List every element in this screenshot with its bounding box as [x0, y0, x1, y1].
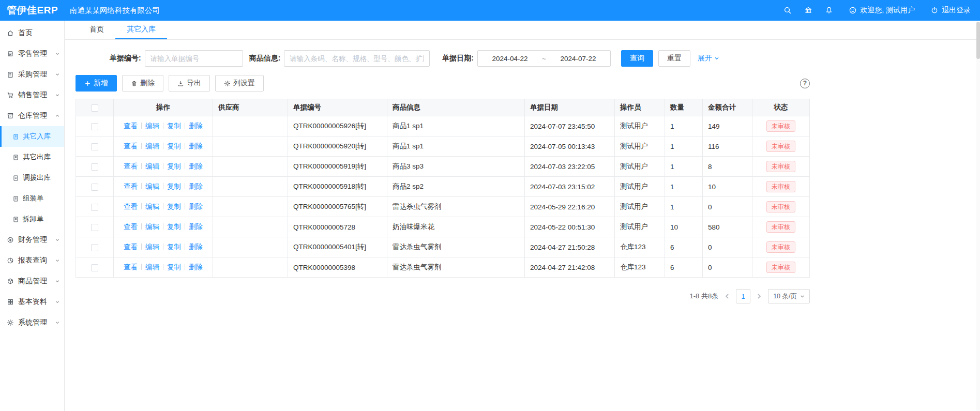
status-badge: 未审核: [766, 120, 795, 132]
cell-product-info: 商品3 sp3: [387, 157, 525, 177]
copy-link[interactable]: 复制: [167, 263, 181, 271]
select-all-checkbox[interactable]: [91, 104, 98, 112]
chevron-down-icon: [55, 258, 60, 263]
divider: [185, 143, 185, 149]
date-start-value[interactable]: 2024-04-22: [492, 55, 528, 63]
delete-button[interactable]: 删除: [122, 75, 163, 92]
copy-link[interactable]: 复制: [167, 223, 181, 231]
tab-home[interactable]: 首页: [78, 21, 115, 39]
delete-link[interactable]: 删除: [189, 122, 203, 130]
delete-link[interactable]: 删除: [189, 243, 203, 251]
cell-order-no: QTRK00000005401[转]: [288, 237, 387, 257]
expand-link[interactable]: 展开: [698, 54, 719, 63]
copy-link[interactable]: 复制: [167, 243, 181, 251]
copy-link[interactable]: 复制: [167, 142, 181, 150]
delete-link[interactable]: 删除: [189, 263, 203, 271]
col-operations: 操作: [114, 99, 213, 116]
delete-link[interactable]: 删除: [189, 223, 203, 231]
sidebar-item-retail[interactable]: 零售管理: [0, 43, 64, 64]
cell-supplier: [213, 116, 288, 136]
prev-page-button[interactable]: [723, 293, 731, 300]
view-link[interactable]: 查看: [124, 162, 138, 170]
divider: [163, 183, 163, 189]
sidebar-item-finance[interactable]: 财务管理: [0, 230, 64, 250]
edit-link[interactable]: 编辑: [145, 263, 159, 271]
sidebar-subitem-assembly[interactable]: 组装单: [0, 188, 64, 209]
scrollbar-track[interactable]: [976, 22, 980, 411]
sidebar-subitem-other-inbound[interactable]: 其它入库: [0, 126, 64, 147]
row-checkbox[interactable]: [91, 244, 98, 251]
edit-link[interactable]: 编辑: [145, 203, 159, 210]
sidebar-subitem-other-outbound[interactable]: 其它出库: [0, 147, 64, 168]
export-button[interactable]: 导出: [169, 75, 210, 92]
date-end-value[interactable]: 2024-07-22: [560, 55, 596, 63]
table-row: 查看编辑复制删除 QTRK00000005926[转] 商品1 sp1 2024…: [76, 116, 810, 136]
order-no-input[interactable]: [145, 50, 243, 67]
add-button[interactable]: 新增: [76, 75, 117, 92]
clipboard-icon: [7, 71, 14, 78]
row-checkbox[interactable]: [91, 123, 98, 130]
delete-link[interactable]: 删除: [189, 203, 203, 210]
sidebar-item-warehouse[interactable]: 仓库管理: [0, 105, 64, 126]
edit-link[interactable]: 编辑: [145, 182, 159, 190]
copy-link[interactable]: 复制: [167, 182, 181, 190]
product-info-input[interactable]: [284, 50, 430, 67]
sidebar-subitem-transfer-outbound[interactable]: 调拨出库: [0, 168, 64, 188]
sidebar-item-home[interactable]: 首页: [0, 23, 64, 43]
edit-link[interactable]: 编辑: [145, 122, 159, 130]
edit-link[interactable]: 编辑: [145, 223, 159, 231]
cell-qty: 6: [665, 257, 703, 278]
logout-text: 退出登录: [942, 6, 971, 15]
row-checkbox[interactable]: [91, 163, 98, 171]
welcome-user[interactable]: 欢迎您, 测试用户: [849, 6, 915, 15]
sidebar-item-system[interactable]: 系统管理: [0, 312, 64, 333]
next-page-button[interactable]: [756, 293, 763, 300]
row-checkbox[interactable]: [91, 204, 98, 211]
sidebar-item-sales[interactable]: 销售管理: [0, 85, 64, 105]
table-header-row: 操作 供应商 单据编号 商品信息 单据日期 操作员 数量 金额合计 状态: [76, 99, 810, 116]
row-checkbox[interactable]: [91, 224, 98, 231]
date-range-picker[interactable]: 2024-04-22 ~ 2024-07-22: [477, 50, 611, 67]
edit-link[interactable]: 编辑: [145, 162, 159, 170]
cell-supplier: [213, 217, 288, 237]
copy-link[interactable]: 复制: [167, 162, 181, 170]
tab-other-inbound[interactable]: 其它入库: [115, 21, 167, 39]
cell-order-no: QTRK00000005926[转]: [288, 116, 387, 136]
reset-button[interactable]: 重置: [658, 50, 690, 67]
sidebar-subitem-disassembly[interactable]: 拆卸单: [0, 209, 64, 230]
view-link[interactable]: 查看: [124, 203, 138, 210]
row-checkbox[interactable]: [91, 184, 98, 191]
cell-qty: 10: [665, 217, 703, 237]
copy-link[interactable]: 复制: [167, 203, 181, 210]
view-link[interactable]: 查看: [124, 122, 138, 130]
delete-link[interactable]: 删除: [189, 162, 203, 170]
status-badge: 未审核: [766, 241, 795, 253]
edit-link[interactable]: 编辑: [145, 243, 159, 251]
sidebar-item-products[interactable]: 商品管理: [0, 271, 64, 292]
sidebar-item-reports[interactable]: 报表查询: [0, 250, 64, 271]
search-button[interactable]: 查询: [621, 50, 653, 67]
add-button-label: 新增: [94, 79, 108, 88]
bell-icon[interactable]: [825, 6, 833, 14]
row-checkbox[interactable]: [91, 264, 98, 271]
page-size-select[interactable]: 10 条/页: [768, 289, 810, 303]
delete-link[interactable]: 删除: [189, 142, 203, 150]
help-icon[interactable]: ?: [800, 79, 810, 88]
logout-button[interactable]: 退出登录: [930, 6, 971, 15]
row-checkbox[interactable]: [91, 143, 98, 150]
view-link[interactable]: 查看: [124, 263, 138, 271]
edit-link[interactable]: 编辑: [145, 142, 159, 150]
page-number-1[interactable]: 1: [736, 289, 750, 303]
copy-link[interactable]: 复制: [167, 122, 181, 130]
search-icon[interactable]: [783, 6, 792, 14]
column-settings-button[interactable]: 列设置: [215, 75, 264, 92]
view-link[interactable]: 查看: [124, 182, 138, 190]
sidebar-item-purchase[interactable]: 采购管理: [0, 64, 64, 85]
sidebar-item-basic-data[interactable]: 基本资料: [0, 292, 64, 312]
delete-link[interactable]: 删除: [189, 182, 203, 190]
scrollbar-thumb[interactable]: [976, 22, 980, 59]
view-link[interactable]: 查看: [124, 243, 138, 251]
view-link[interactable]: 查看: [124, 142, 138, 150]
building-icon[interactable]: [804, 6, 812, 14]
view-link[interactable]: 查看: [124, 223, 138, 231]
